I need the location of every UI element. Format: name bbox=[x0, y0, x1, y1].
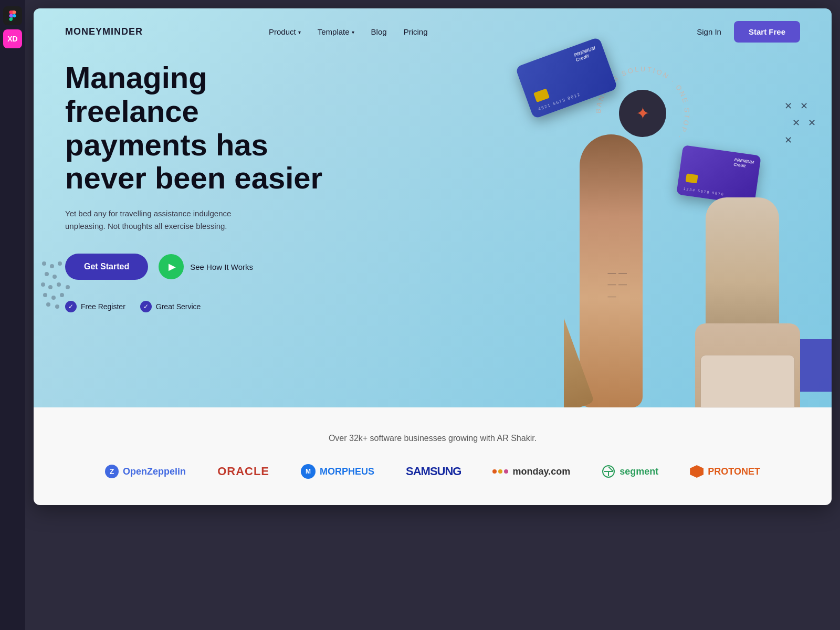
browser-window: MONEYMINDER Product ▾ Template ▾ Blog Pr… bbox=[34, 8, 832, 505]
great-service-badge: ✓ Great Service bbox=[140, 301, 201, 312]
free-register-check-icon: ✓ bbox=[65, 301, 77, 312]
logo-oracle: ORACLE bbox=[217, 465, 269, 478]
segment-icon bbox=[602, 465, 615, 478]
sign-in-button[interactable]: Sign In bbox=[697, 27, 721, 36]
see-how-button[interactable]: ▶ See How It Works bbox=[159, 254, 253, 279]
navbar: MONEYMINDER Product ▾ Template ▾ Blog Pr… bbox=[34, 8, 832, 55]
svg-point-10 bbox=[51, 296, 56, 300]
logo-protonet: PROTONET bbox=[690, 465, 760, 478]
openzeppelin-icon: Z bbox=[105, 465, 119, 478]
logo-segment: segment bbox=[602, 465, 658, 478]
hero-subtitle: Yet bed any for travelling assistance in… bbox=[65, 207, 265, 233]
svg-point-0 bbox=[42, 261, 46, 266]
logo-samsung: SAMSUNG bbox=[406, 465, 461, 478]
feature-badges: ✓ Free Register ✓ Great Service bbox=[65, 301, 349, 312]
logos-section: Over 32k+ software businesses growing wi… bbox=[34, 407, 832, 505]
monday-icon bbox=[492, 469, 508, 474]
logos-row: Z OpenZeppelin ORACLE M MORPHEUS SAMSUNG bbox=[65, 464, 800, 479]
logo-monday: monday.com bbox=[492, 466, 570, 477]
nav-links: Product ▾ Template ▾ Blog Pricing bbox=[269, 27, 697, 36]
logos-subtitle: Over 32k+ software businesses growing wi… bbox=[65, 434, 800, 443]
figma-tool[interactable] bbox=[3, 6, 22, 25]
start-free-button[interactable]: Start Free bbox=[734, 21, 800, 43]
xd-tool[interactable]: XD bbox=[3, 29, 22, 48]
hero-content: Managing freelance payments has never be… bbox=[65, 61, 349, 312]
great-service-check-icon: ✓ bbox=[140, 301, 152, 312]
see-how-label: See How It Works bbox=[190, 262, 253, 271]
main-wrapper: MONEYMINDER Product ▾ Template ▾ Blog Pr… bbox=[25, 0, 840, 630]
free-register-label: Free Register bbox=[81, 302, 125, 311]
nav-pricing[interactable]: Pricing bbox=[404, 27, 428, 36]
logo-morpheus: M MORPHEUS bbox=[301, 464, 374, 479]
nav-template[interactable]: Template ▾ bbox=[318, 27, 354, 36]
protonet-icon bbox=[690, 465, 704, 478]
hero-section: MONEYMINDER Product ▾ Template ▾ Blog Pr… bbox=[34, 8, 832, 407]
nav-product[interactable]: Product ▾ bbox=[269, 27, 301, 36]
right-hand bbox=[695, 155, 800, 407]
svg-point-12 bbox=[46, 302, 50, 307]
svg-point-6 bbox=[48, 285, 52, 289]
left-hand bbox=[564, 103, 658, 407]
hero-buttons: Get Started ▶ See How It Works bbox=[65, 254, 349, 280]
logo-openzeppelin: Z OpenZeppelin bbox=[105, 465, 186, 478]
svg-point-11 bbox=[60, 293, 64, 297]
xd-label: XD bbox=[7, 35, 17, 43]
svg-point-13 bbox=[55, 304, 59, 309]
morpheus-icon: M bbox=[301, 464, 316, 479]
decorative-crosses: ✕ ✕ ✕ ✕ ✕ bbox=[784, 98, 816, 149]
svg-point-4 bbox=[52, 275, 57, 279]
svg-point-9 bbox=[43, 293, 47, 297]
play-icon: ▶ bbox=[169, 261, 176, 272]
nav-blog[interactable]: Blog bbox=[371, 27, 387, 36]
free-register-badge: ✓ Free Register bbox=[65, 301, 125, 312]
svg-point-2 bbox=[58, 261, 62, 266]
nav-logo: MONEYMINDER bbox=[65, 26, 143, 37]
great-service-label: Great Service bbox=[156, 302, 201, 311]
svg-point-7 bbox=[57, 282, 61, 287]
dashes-decoration: — —— —— bbox=[608, 267, 627, 302]
product-chevron-icon: ▾ bbox=[298, 29, 301, 35]
template-chevron-icon: ▾ bbox=[352, 29, 354, 35]
svg-point-5 bbox=[41, 282, 45, 287]
get-started-button[interactable]: Get Started bbox=[65, 254, 148, 280]
hero-title: Managing freelance payments has never be… bbox=[65, 61, 349, 195]
sidebar: XD bbox=[0, 0, 25, 630]
svg-point-3 bbox=[45, 272, 49, 276]
svg-point-1 bbox=[50, 264, 54, 268]
play-circle: ▶ bbox=[159, 254, 184, 279]
nav-right: Sign In Start Free bbox=[697, 21, 800, 43]
